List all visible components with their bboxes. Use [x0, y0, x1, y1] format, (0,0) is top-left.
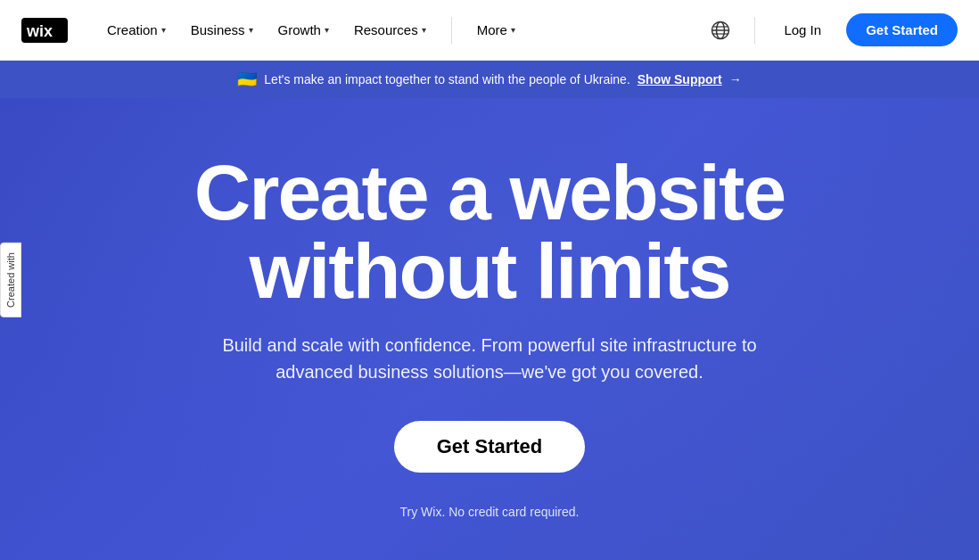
show-support-link[interactable]: Show Support: [638, 72, 722, 86]
side-tab-label: Created with: [5, 252, 16, 308]
get-started-nav-button[interactable]: Get Started: [846, 13, 958, 46]
hero-section: Create a website without limits Build an…: [0, 98, 979, 560]
ukraine-flag: 🇺🇦: [237, 70, 257, 89]
ukraine-banner: 🇺🇦 Let's make an impact together to stan…: [0, 61, 979, 98]
nav-more[interactable]: More ▾: [466, 15, 526, 45]
login-button[interactable]: Log In: [773, 15, 832, 45]
wix-logo[interactable]: wix: [21, 18, 68, 43]
nav-right: Log In Get Started: [704, 13, 958, 46]
page-wrapper: Created with wix Creation ▾ Business ▾ G…: [0, 0, 979, 560]
resources-chevron-icon: ▾: [422, 25, 426, 35]
nav-links: Creation ▾ Business ▾ Growth ▾ Resources…: [96, 15, 704, 45]
get-started-hero-button[interactable]: Get Started: [394, 421, 586, 473]
more-chevron-icon: ▾: [511, 25, 515, 35]
hero-subtitle: Build and scale with confidence. From po…: [213, 332, 766, 385]
nav-resources[interactable]: Resources ▾: [343, 15, 437, 45]
side-tab: Created with: [0, 243, 21, 317]
nav-business[interactable]: Business ▾: [180, 15, 264, 45]
hero-disclaimer: Try Wix. No credit card required.: [194, 505, 786, 519]
nav-growth[interactable]: Growth ▾: [267, 15, 340, 45]
hero-content: Create a website without limits Build an…: [194, 153, 786, 519]
banner-arrow-icon: →: [729, 72, 742, 86]
globe-icon: [711, 21, 730, 40]
nav-creation[interactable]: Creation ▾: [96, 15, 177, 45]
nav-divider: [451, 17, 452, 44]
nav-divider-right: [754, 17, 755, 44]
hero-title-line2: without limits: [249, 226, 729, 315]
creation-chevron-icon: ▾: [161, 25, 166, 35]
growth-chevron-icon: ▾: [325, 25, 329, 35]
svg-text:wix: wix: [26, 22, 53, 40]
banner-message: Let's make an impact together to stand w…: [264, 72, 629, 86]
navbar: wix Creation ▾ Business ▾ Growth ▾ Resou…: [0, 0, 979, 61]
hero-title: Create a website without limits: [194, 153, 786, 310]
business-chevron-icon: ▾: [249, 25, 253, 35]
language-selector[interactable]: [704, 14, 736, 46]
hero-title-line1: Create a website: [194, 148, 786, 236]
